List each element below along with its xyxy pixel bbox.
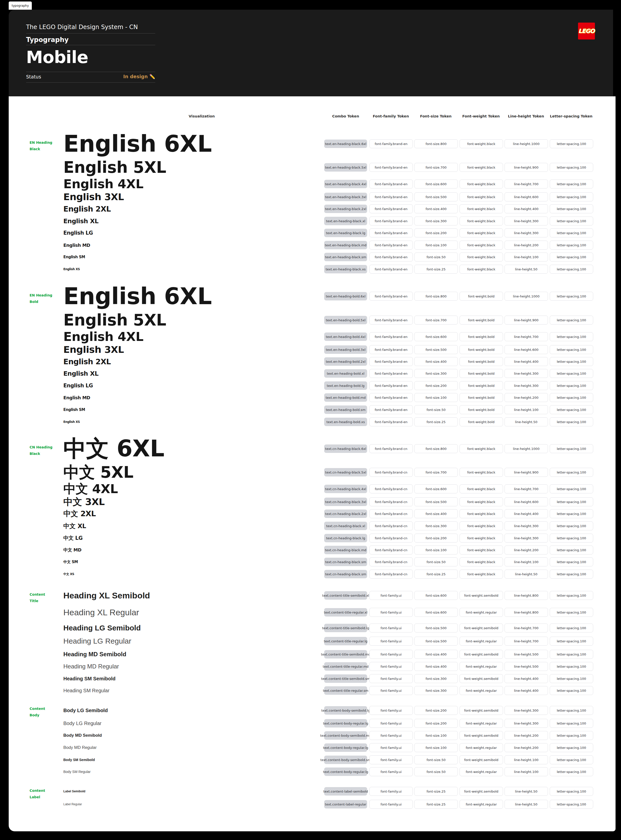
token-chip-font-size: font-size.600 (414, 485, 458, 493)
token-chip-font-weight: font-weight.black (459, 468, 503, 477)
token-chip-line-height: line-height.300 (504, 228, 548, 237)
column-header-visualization: Visualization (177, 114, 227, 119)
token-chip-line-height: line-height.50 (504, 417, 548, 426)
token-chip-font-family: font-family.brand-en (370, 332, 413, 341)
token-chip-font-size: font-size.800 (414, 292, 458, 301)
token-chip-font-family: font-family.ui (370, 662, 413, 671)
column-header-letter-spacing-token: Letter-spacing Token (550, 114, 593, 119)
token-chip-letter-spacing: letter-spacing.100 (550, 393, 593, 402)
token-chip-font-weight: font-weight.regular (459, 662, 503, 671)
token-chip-combo: text.en-heading-bold.sm (324, 405, 367, 414)
spec-sample: 中文 5XL (64, 462, 133, 483)
token-chip-combo: text.content-title-regular.xl (324, 608, 367, 616)
token-chip-font-weight: font-weight.bold (459, 316, 503, 325)
spec-sample: 中文 XL (64, 522, 86, 530)
token-chip-font-family: font-family.brand-en (370, 405, 413, 414)
token-chip-combo: text.cn-heading-black.xl (324, 522, 367, 530)
spec-sample: English XL (64, 370, 98, 377)
spec-sample: English SM (64, 408, 85, 412)
token-chip-line-height: line-height.400 (504, 509, 548, 518)
header-info: The LEGO Digital Design System - CN Typo… (26, 10, 155, 96)
token-chip-font-weight: font-weight.semibold (459, 731, 503, 740)
page-tab-typography[interactable]: typography (9, 2, 32, 10)
token-chip-line-height: line-height.700 (504, 637, 548, 645)
token-chip-font-family: font-family.brand-cn (370, 533, 413, 542)
section-label-en-heading-black: EN Heading Black (30, 139, 67, 152)
token-chip-letter-spacing: letter-spacing.100 (550, 719, 593, 728)
spec-sample: Heading XL Semibold (64, 591, 150, 600)
token-chip-line-height: line-height.600 (504, 192, 548, 201)
token-chip-font-size: font-size.300 (414, 369, 458, 378)
token-chip-line-height: line-height.300 (504, 533, 548, 542)
spec-sample: 中文 2XL (64, 509, 96, 519)
token-chip-font-size: font-size.600 (414, 180, 458, 189)
token-chip-font-family: font-family.brand-en (370, 381, 413, 390)
token-chip-font-size: font-size.700 (414, 468, 458, 477)
spec-sample: Heading MD Semibold (64, 651, 126, 658)
token-chip-combo: text.content-title-semibold.sm (324, 674, 367, 683)
lego-logo: LEGO (578, 23, 595, 39)
token-chip-combo: text.cn-heading-black.6xl (324, 444, 367, 453)
token-chip-line-height: line-height.50 (504, 265, 548, 273)
token-chip-font-size: font-size.300 (414, 216, 458, 225)
token-chip-letter-spacing: letter-spacing.100 (550, 686, 593, 695)
spec-sample: Body LG Semibold (64, 708, 108, 713)
token-chip-font-weight: font-weight.black (459, 557, 503, 567)
spec-sample: English 3XL (64, 192, 124, 202)
token-chip-font-weight: font-weight.black (459, 265, 503, 273)
token-chip-font-size: font-size.50 (414, 755, 458, 764)
token-chip-font-family: font-family.brand-cn (370, 497, 413, 506)
token-chip-combo: text.en-heading-bold.3xl (324, 345, 367, 354)
token-chip-font-weight: font-weight.regular (459, 686, 503, 695)
token-chip-line-height: line-height.300 (504, 369, 548, 378)
section-label-content-body: Content Body (30, 706, 67, 718)
spec-sample: English 2XL (64, 357, 111, 366)
token-chip-font-size: font-size.50 (414, 405, 458, 414)
token-chip-combo: text.cn-heading-black.2xl (324, 509, 367, 518)
token-chip-font-family: font-family.brand-en (370, 204, 413, 213)
spec-sample: English SM (64, 255, 85, 259)
spec-sample: 中文 4XL (64, 481, 118, 497)
token-chip-font-family: font-family.ui (370, 674, 413, 683)
token-chip-font-weight: font-weight.bold (459, 332, 503, 341)
token-chip-font-family: font-family.brand-en (370, 240, 413, 249)
token-chip-font-size: font-size.500 (414, 345, 458, 354)
token-chip-letter-spacing: letter-spacing.100 (550, 509, 593, 518)
section-label-cn-heading-black: CN Heading Black (30, 444, 67, 457)
token-chip-font-size: font-size.600 (414, 608, 458, 617)
spec-sample: English 6XL (64, 131, 212, 157)
page-title: Mobile (26, 47, 88, 67)
token-chip-font-size: font-size.400 (414, 650, 458, 659)
token-chip-font-weight: font-weight.bold (459, 292, 503, 301)
token-chip-font-weight: font-weight.black (459, 228, 503, 237)
spec-sample: Label Semibold (64, 790, 85, 793)
token-chip-line-height: line-height.300 (504, 216, 548, 225)
token-chip-font-weight: font-weight.bold (459, 357, 503, 366)
spec-sample: 中文 3XL (64, 496, 105, 508)
system-title: The LEGO Digital Design System - CN (26, 24, 155, 30)
token-chip-font-family: font-family.brand-cn (370, 444, 413, 453)
token-chip-letter-spacing: letter-spacing.100 (550, 192, 593, 201)
token-chip-combo: text.content-title-regular.md (324, 662, 367, 671)
token-chip-letter-spacing: letter-spacing.100 (550, 706, 593, 715)
spec-sample: English XL (64, 218, 98, 225)
token-chip-font-size: font-size.400 (414, 662, 458, 671)
token-chip-font-family: font-family.brand-cn (370, 545, 413, 554)
token-chip-font-weight: font-weight.bold (459, 405, 503, 414)
token-chip-font-size: font-size.200 (414, 719, 458, 728)
token-chip-line-height: line-height.400 (504, 686, 548, 695)
token-chip-font-weight: font-weight.bold (459, 393, 503, 402)
token-chip-line-height: line-height.200 (504, 545, 548, 554)
token-chip-letter-spacing: letter-spacing.100 (550, 332, 593, 341)
token-chip-font-size: font-size.200 (414, 228, 458, 237)
token-chip-letter-spacing: letter-spacing.100 (550, 139, 593, 148)
status-label: Status (26, 74, 41, 80)
spec-sample: English XS (64, 420, 80, 424)
token-chip-combo: text.en-heading-black.lg (324, 229, 367, 237)
token-chip-font-size: font-size.100 (414, 240, 458, 249)
token-chip-line-height: line-height.800 (504, 591, 548, 600)
token-chip-font-weight: font-weight.black (459, 163, 503, 172)
token-chip-combo: text.content-title-regular.lg (324, 637, 367, 645)
token-chip-line-height: line-height.600 (504, 345, 548, 354)
token-chip-font-family: font-family.brand-cn (370, 485, 413, 493)
